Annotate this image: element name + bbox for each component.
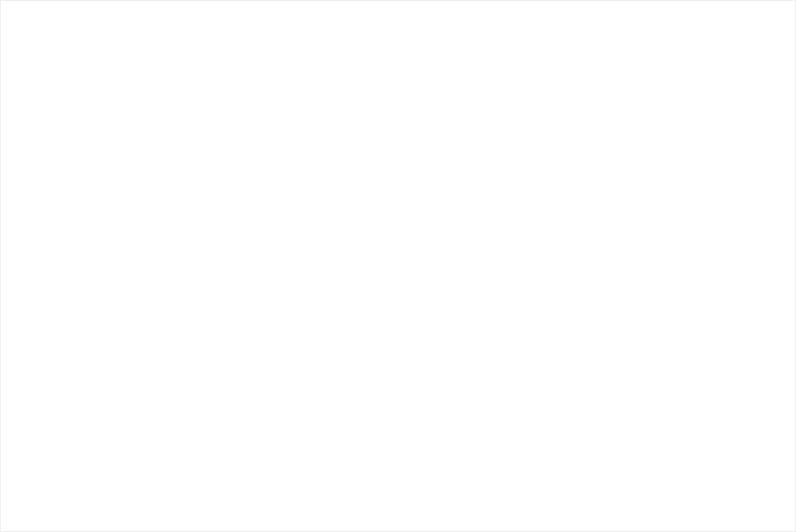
- macd-info-row: [17, 422, 52, 436]
- candlestick-chart-canvas[interactable]: [1, 1, 796, 532]
- trading-chart-widget: [0, 0, 796, 532]
- ma-info-row: [8, 62, 43, 76]
- ohlc-info-row: [11, 44, 73, 58]
